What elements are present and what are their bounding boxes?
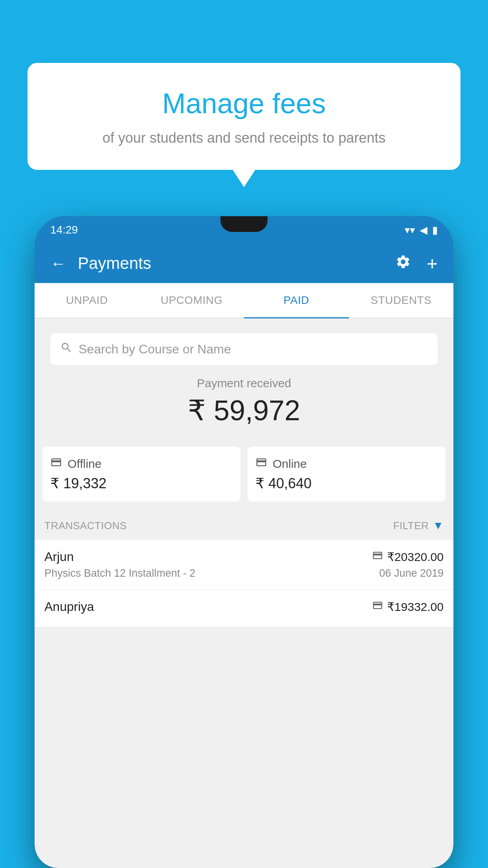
transaction-list: Arjun ₹20320.00 Physics Batch 12 Install… bbox=[35, 540, 453, 627]
tab-paid[interactable]: PAID bbox=[244, 283, 349, 318]
filter-label: FILTER bbox=[393, 520, 429, 532]
payment-summary: Payment received ₹ 59,972 bbox=[35, 365, 453, 447]
online-payment-icon bbox=[372, 550, 383, 564]
search-input[interactable]: Search by Course or Name bbox=[79, 342, 428, 357]
search-bar[interactable]: Search by Course or Name bbox=[50, 333, 438, 365]
phone-screen: ← Payments + UNPAID UPCOMING PAID STUDEN… bbox=[35, 244, 453, 868]
offline-payment-icon bbox=[372, 600, 383, 614]
online-amount: ₹ 40,640 bbox=[255, 475, 438, 492]
tabs-bar: UNPAID UPCOMING PAID STUDENTS bbox=[35, 283, 453, 318]
header-title: Payments bbox=[78, 254, 383, 273]
offline-amount: ₹ 19,332 bbox=[50, 475, 233, 492]
bubble-title: Manage fees bbox=[47, 86, 441, 120]
status-bar: 14:29 ▾▾ ◀ ▮ bbox=[35, 216, 453, 244]
table-row[interactable]: Arjun ₹20320.00 Physics Batch 12 Install… bbox=[35, 540, 453, 590]
signal-icon: ◀ bbox=[420, 224, 427, 236]
online-icon bbox=[255, 456, 267, 471]
settings-button[interactable] bbox=[391, 250, 415, 277]
transaction-amount-wrap: ₹19332.00 bbox=[372, 600, 444, 614]
tab-students[interactable]: STUDENTS bbox=[349, 283, 454, 318]
filter-container[interactable]: FILTER ▼ bbox=[393, 519, 444, 532]
add-button[interactable]: + bbox=[423, 249, 442, 278]
transaction-date: 06 June 2019 bbox=[379, 567, 444, 579]
online-card: Online ₹ 40,640 bbox=[248, 447, 446, 502]
payment-received-label: Payment received bbox=[44, 377, 444, 390]
status-time: 14:29 bbox=[50, 224, 78, 236]
transactions-label: TRANSACTIONS bbox=[44, 520, 127, 532]
search-icon bbox=[60, 341, 73, 357]
bubble-subtitle: of your students and send receipts to pa… bbox=[47, 128, 441, 148]
tab-unpaid[interactable]: UNPAID bbox=[35, 283, 139, 318]
offline-icon bbox=[50, 456, 62, 471]
back-button[interactable]: ← bbox=[46, 251, 70, 276]
transaction-course: Physics Batch 12 Installment - 2 bbox=[44, 567, 195, 579]
app-header: ← Payments + bbox=[35, 244, 453, 283]
transaction-amount: ₹19332.00 bbox=[387, 600, 444, 614]
transaction-amount: ₹20320.00 bbox=[387, 550, 444, 564]
filter-icon[interactable]: ▼ bbox=[433, 519, 444, 532]
transaction-amount-wrap: ₹20320.00 bbox=[372, 550, 444, 564]
status-icons: ▾▾ ◀ ▮ bbox=[405, 224, 438, 236]
tab-upcoming[interactable]: UPCOMING bbox=[139, 283, 244, 318]
wifi-icon: ▾▾ bbox=[405, 224, 415, 236]
transactions-header: TRANSACTIONS FILTER ▼ bbox=[35, 511, 453, 540]
offline-label: Offline bbox=[68, 457, 101, 471]
payment-cards: Offline ₹ 19,332 Online ₹ 40,640 bbox=[35, 447, 453, 511]
battery-icon: ▮ bbox=[432, 224, 438, 236]
online-label: Online bbox=[273, 457, 307, 471]
phone-frame: 14:29 ▾▾ ◀ ▮ ← Payments + UNPAID UPCOMIN… bbox=[35, 216, 453, 868]
payment-total-amount: ₹ 59,972 bbox=[44, 394, 444, 427]
transaction-name: Anupriya bbox=[44, 600, 94, 614]
table-row[interactable]: Anupriya ₹19332.00 bbox=[35, 590, 453, 627]
speech-bubble: Manage fees of your students and send re… bbox=[28, 63, 460, 170]
transaction-name: Arjun bbox=[44, 550, 74, 564]
offline-card: Offline ₹ 19,332 bbox=[42, 447, 240, 502]
